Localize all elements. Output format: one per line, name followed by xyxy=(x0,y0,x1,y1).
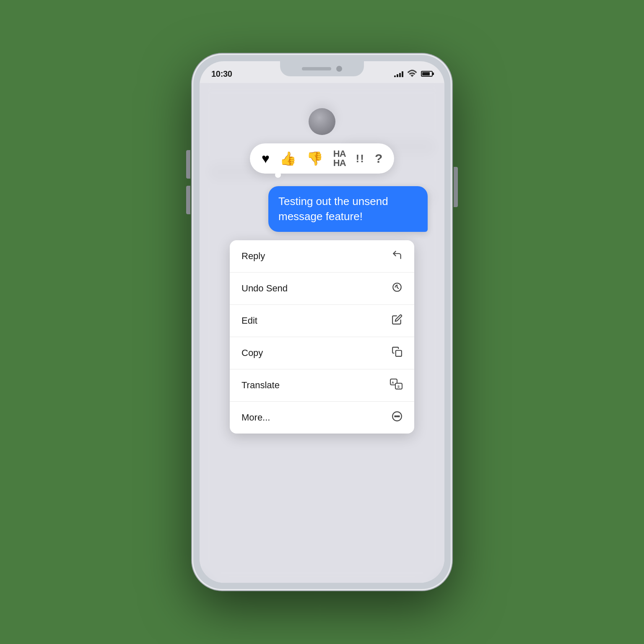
menu-item-translate[interactable]: Translate A 文 xyxy=(230,369,414,402)
svg-point-8 xyxy=(397,415,398,417)
contact-avatar xyxy=(309,108,335,135)
phone-screen: 10:30 xyxy=(200,61,444,583)
speaker xyxy=(302,67,331,70)
menu-item-translate-label: Translate xyxy=(242,380,280,391)
chat-area: ♥ 👍 👎 HAHA !! ? Testing out the unsend m… xyxy=(200,83,444,583)
menu-item-undo-send-label: Undo Send xyxy=(242,283,288,294)
menu-item-reply[interactable]: Reply xyxy=(230,240,414,273)
message-bubble: Testing out the unsend message feature! xyxy=(268,186,428,232)
wifi-icon xyxy=(407,68,418,79)
front-camera xyxy=(336,66,342,72)
phone-mockup: 10:30 xyxy=(192,54,452,590)
menu-item-more-label: More... xyxy=(242,412,270,423)
edit-icon xyxy=(392,314,402,327)
menu-item-copy-label: Copy xyxy=(242,348,263,358)
menu-item-edit-label: Edit xyxy=(242,315,257,326)
reaction-heart[interactable]: ♥ xyxy=(262,152,270,165)
copy-icon xyxy=(392,346,402,360)
svg-text:文: 文 xyxy=(397,385,400,388)
svg-text:A: A xyxy=(392,381,394,384)
content-overlay: ♥ 👍 👎 HAHA !! ? Testing out the unsend m… xyxy=(200,83,444,583)
reaction-thumbs-down[interactable]: 👎 xyxy=(306,152,323,165)
reaction-emphasis[interactable]: !! xyxy=(356,152,365,165)
reaction-thumbs-up[interactable]: 👍 xyxy=(280,152,296,165)
menu-item-edit[interactable]: Edit xyxy=(230,305,414,337)
translate-icon: A 文 xyxy=(390,379,402,392)
notch xyxy=(280,61,364,76)
battery-icon xyxy=(421,71,433,77)
volume-down-button xyxy=(186,186,190,214)
svg-rect-1 xyxy=(396,351,402,356)
reply-icon xyxy=(392,249,402,263)
menu-item-copy[interactable]: Copy xyxy=(230,337,414,369)
reaction-bar[interactable]: ♥ 👍 👎 HAHA !! ? xyxy=(250,143,394,174)
signal-icon xyxy=(394,70,403,77)
volume-up-button xyxy=(186,150,190,179)
status-time: 10:30 xyxy=(211,69,232,79)
power-button xyxy=(454,167,458,207)
menu-item-more[interactable]: More... xyxy=(230,402,414,434)
context-menu: Reply Undo Send xyxy=(230,240,414,434)
status-icons xyxy=(394,68,433,79)
more-icon xyxy=(392,411,402,424)
svg-point-7 xyxy=(395,415,396,417)
reaction-question[interactable]: ? xyxy=(375,151,382,166)
undo-send-icon xyxy=(392,282,402,295)
phone-frame: 10:30 xyxy=(192,54,452,590)
menu-item-undo-send[interactable]: Undo Send xyxy=(230,273,414,305)
reaction-haha[interactable]: HAHA xyxy=(333,149,346,168)
svg-point-9 xyxy=(398,415,400,417)
menu-item-reply-label: Reply xyxy=(242,251,265,262)
